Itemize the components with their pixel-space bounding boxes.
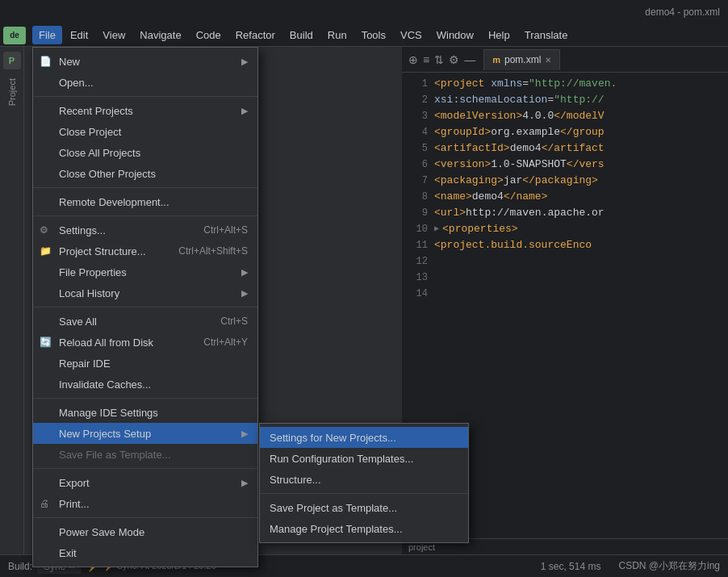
split-icon[interactable]: ⇅ (434, 53, 444, 66)
left-sidebar: P Project (0, 47, 24, 554)
code-line-1: <project xmlns="http://maven. (434, 76, 728, 92)
build-label: Build: (8, 561, 32, 572)
reload-icon: 🔄 (40, 337, 52, 348)
minimize-icon[interactable]: — (464, 53, 475, 66)
new-icon: 📄 (40, 56, 52, 67)
menu-item-close-project[interactable]: Close Project (33, 121, 257, 142)
menu-edit[interactable]: Edit (64, 26, 94, 44)
settings-shortcut: Ctrl+Alt+S (203, 224, 248, 236)
menu-view[interactable]: View (96, 26, 132, 44)
settings-icon[interactable]: ⚙ (449, 53, 459, 66)
menu-translate[interactable]: Translate (518, 26, 575, 44)
submenu-separator (260, 493, 468, 494)
breadcrumb-project: project (408, 542, 435, 552)
code-line-5: <groupId>org.example</group (434, 124, 728, 140)
separator-5 (33, 398, 257, 399)
separator-3 (33, 215, 257, 216)
menu-vcs[interactable]: VCS (394, 26, 429, 44)
menu-item-repair-ide[interactable]: Repair IDE (33, 353, 257, 374)
menu-tools[interactable]: Tools (355, 26, 392, 44)
settings-menu-icon: ⚙ (40, 224, 48, 236)
separator-2 (33, 187, 257, 188)
menu-code[interactable]: Code (190, 26, 228, 44)
menu-item-settings[interactable]: ⚙ Settings... Ctrl+Alt+S (33, 220, 257, 240)
menu-item-close-other-projects[interactable]: Close Other Projects (33, 163, 257, 184)
file-properties-arrow: ▶ (241, 267, 248, 278)
menu-item-save-file-template: Save File as Template... (33, 444, 257, 465)
reload-shortcut: Ctrl+Alt+Y (203, 337, 248, 348)
menu-item-remote-dev[interactable]: Remote Development... (33, 191, 257, 212)
menu-item-local-history[interactable]: Local History ▶ (33, 282, 257, 303)
save-all-shortcut: Ctrl+S (220, 316, 248, 327)
menu-help[interactable]: Help (482, 26, 517, 44)
menu-navigate[interactable]: Navigate (133, 26, 187, 44)
window-title: demo4 - pom.xml (645, 6, 720, 18)
menu-item-close-all-projects[interactable]: Close All Projects (33, 142, 257, 163)
new-projects-arrow: ▶ (241, 429, 248, 439)
menu-item-recent-projects[interactable]: Recent Projects ▶ (33, 100, 257, 121)
watermark: CSDN @小郑在努力ing (618, 559, 720, 573)
menu-item-manage-ide-settings[interactable]: Manage IDE Settings (33, 402, 257, 423)
export-arrow: ▶ (241, 478, 248, 488)
menu-build[interactable]: Build (283, 26, 320, 44)
title-bar: demo4 - pom.xml (0, 0, 728, 24)
code-line-14: <project.build.sourceEnco (434, 237, 728, 253)
separator-6 (33, 468, 257, 469)
separator-1 (33, 96, 257, 97)
print-icon: 🖨 (40, 498, 49, 509)
menu-window[interactable]: Window (430, 26, 480, 44)
submenu-run-config-templates[interactable]: Run Configuration Templates... (260, 448, 468, 469)
code-line-3: <modelVersion>4.0.0</modelV (434, 108, 728, 124)
tab-close-icon[interactable]: ✕ (545, 56, 551, 65)
code-line-7: <version>1.0-SNAPSHOT</vers (434, 157, 728, 173)
center-icon[interactable]: ⊕ (408, 53, 418, 66)
menu-item-export[interactable]: Export ▶ (33, 472, 257, 493)
menu-item-file-properties[interactable]: File Properties ▶ (33, 261, 257, 282)
code-line-10: <name>demo4</name> (434, 189, 728, 205)
menu-item-reload-all[interactable]: 🔄 Reload All from Disk Ctrl+Alt+Y (33, 332, 257, 353)
new-arrow: ▶ (241, 56, 248, 67)
separator-4 (33, 307, 257, 307)
local-history-arrow: ▶ (241, 288, 248, 299)
app-logo: de (3, 27, 26, 44)
project-structure-icon: 📁 (40, 245, 52, 257)
menu-refactor[interactable]: Refactor (229, 26, 282, 44)
submenu-save-project-template[interactable]: Save Project as Template... (260, 497, 468, 518)
timing: 1 sec, 514 ms (541, 561, 601, 572)
menu-item-invalidate-caches[interactable]: Invalidate Caches... (33, 374, 257, 395)
menu-item-new[interactable]: 📄 New ▶ (33, 51, 257, 72)
menu-item-project-structure[interactable]: 📁 Project Structure... Ctrl+Alt+Shift+S (33, 240, 257, 261)
project-structure-shortcut: Ctrl+Alt+Shift+S (178, 245, 248, 257)
project-label[interactable]: Project (7, 78, 17, 106)
menu-item-exit[interactable]: Exit (33, 542, 257, 563)
submenu-manage-templates[interactable]: Manage Project Templates... (260, 518, 468, 539)
recent-arrow: ▶ (241, 106, 248, 116)
menu-item-save-all[interactable]: Save All Ctrl+S (33, 311, 257, 332)
submenu-structure[interactable]: Structure... (260, 469, 468, 490)
menu-file[interactable]: File (32, 26, 62, 44)
line-numbers: 12345 678910 11121314 (402, 73, 434, 302)
project-icon[interactable]: P (3, 52, 21, 69)
menu-item-print[interactable]: 🖨 Print... (33, 493, 257, 514)
new-projects-submenu: Settings for New Projects... Run Configu… (259, 423, 469, 543)
editor-toolbar: ⊕ ≡ ⇅ ⚙ — m pom.xml ✕ (402, 47, 728, 73)
code-line-6: <artifactId>demo4</artifact (434, 140, 728, 157)
file-menu-dropdown: 📄 New ▶ Open... Recent Projects ▶ Close … (32, 47, 258, 567)
list-icon[interactable]: ≡ (423, 53, 429, 66)
separator-7 (33, 517, 257, 518)
editor-tab[interactable]: m pom.xml ✕ (483, 49, 560, 70)
code-line-13: ▶ <properties> (434, 221, 728, 237)
menu-item-power-save-mode[interactable]: Power Save Mode (33, 521, 257, 542)
tab-file-icon: m (492, 55, 500, 65)
menu-run[interactable]: Run (321, 26, 354, 44)
menu-item-open[interactable]: Open... (33, 72, 257, 93)
submenu-settings-for-new[interactable]: Settings for New Projects... (260, 427, 468, 448)
menu-bar: de File Edit View Navigate Code Refactor… (0, 24, 728, 47)
code-lines: <project xmlns="http://maven. xsi:schema… (434, 76, 728, 253)
code-line-8: <packaging>jar</packaging> (434, 173, 728, 189)
code-line-11: <url>http://maven.apache.or (434, 205, 728, 221)
code-line-2: xsi:schemaLocation="http:// (434, 92, 728, 108)
menu-item-new-projects-setup[interactable]: New Projects Setup ▶ Settings for New Pr… (33, 423, 257, 444)
tab-filename: pom.xml (504, 54, 541, 65)
